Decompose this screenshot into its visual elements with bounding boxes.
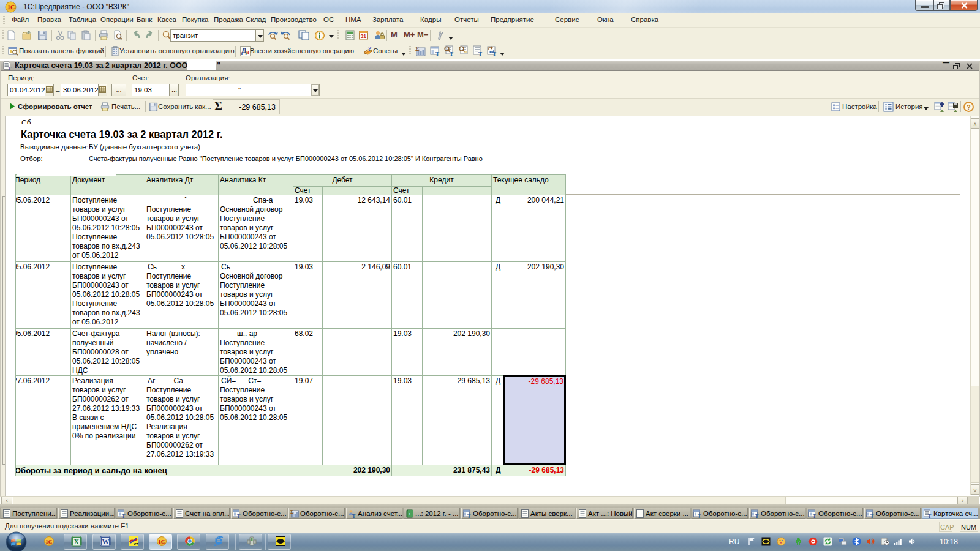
svg-text:W: W	[102, 538, 110, 546]
svg-text:Т: Т	[492, 51, 496, 56]
svg-text:Σ: Σ	[290, 509, 293, 515]
svg-text:Т: Т	[352, 514, 356, 519]
svg-text:Т: Т	[478, 51, 482, 56]
svg-text:31: 31	[361, 33, 367, 39]
svg-text:Т: Т	[467, 514, 471, 519]
svg-text:Т: Т	[450, 51, 453, 56]
svg-text:Т: Т	[122, 514, 126, 519]
svg-text:Т: Т	[928, 514, 932, 519]
svg-text:1С: 1С	[7, 4, 15, 10]
svg-text:?: ?	[967, 103, 971, 111]
svg-text:1С: 1С	[158, 539, 165, 545]
svg-text:1С: 1С	[45, 539, 52, 545]
svg-text:Т: Т	[813, 514, 816, 519]
svg-text:V7: V7	[134, 542, 138, 546]
svg-text:1: 1	[409, 512, 411, 517]
svg-text:?: ?	[368, 46, 372, 52]
svg-text:Т: Т	[237, 514, 241, 519]
svg-text:Т: Т	[8, 66, 12, 71]
svg-text:X: X	[74, 538, 80, 546]
svg-text:Σ: Σ	[415, 45, 420, 52]
svg-text:Т: Т	[435, 51, 439, 56]
svg-text:Т: Т	[755, 514, 759, 519]
svg-text:Т: Т	[698, 514, 701, 519]
svg-text:Т: Т	[870, 514, 874, 519]
